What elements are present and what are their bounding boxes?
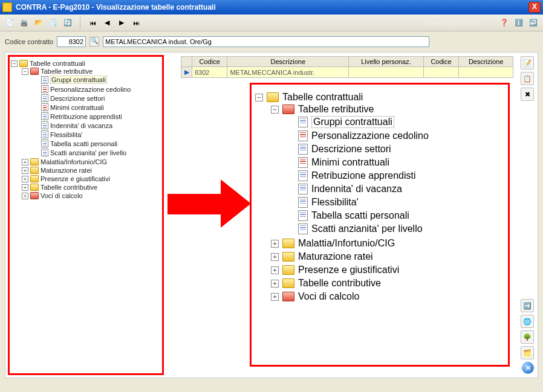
doc-icon <box>41 140 48 147</box>
nav-prev-icon[interactable]: ◀ <box>101 17 113 29</box>
tree-node[interactable]: +Maturazione ratei <box>22 167 161 174</box>
tree-node-retributive[interactable]: − Tabelle retributive <box>22 68 161 75</box>
new-doc-icon[interactable]: 📄 <box>4 17 16 29</box>
tree-item-label: Gruppi contrattuali <box>311 116 394 128</box>
grid-row[interactable]: ▶ 8302 METALMECCANICA industr. <box>181 67 513 78</box>
tree-item-label: Indennita' di vacanza <box>50 122 112 129</box>
tree-item-label: Scatti anzianita' per livello <box>311 223 423 234</box>
tree-node[interactable]: +Malattia/Infortunio/CIG <box>271 238 504 249</box>
tree-item[interactable]: Retribuzione apprendisti <box>33 112 161 120</box>
grid-col-descrizione2[interactable]: Descrizione <box>459 57 513 67</box>
tree-item[interactable]: Gruppi contrattuali <box>287 116 504 128</box>
grid-cell-livello[interactable] <box>349 67 424 78</box>
expander-icon[interactable]: + <box>22 193 28 199</box>
tool-card-icon[interactable]: 🗂️ <box>521 346 534 359</box>
open-folder-icon[interactable]: 📂 <box>33 17 45 29</box>
tree-node-label: Tabelle contributive <box>298 278 381 289</box>
expander-icon[interactable]: + <box>271 280 279 288</box>
tree-node[interactable]: +Tabelle contributive <box>271 278 504 289</box>
tree-item[interactable]: Minimi contrattuali <box>287 157 504 168</box>
tree-node[interactable]: +Voci di calcolo <box>22 192 161 199</box>
lookup-button[interactable]: 🔍 <box>89 37 99 47</box>
tree-item[interactable]: Scatti anzianita' per livello <box>33 149 161 156</box>
print-icon[interactable]: 🖨️ <box>18 17 30 29</box>
tree-item[interactable]: Tabella scatti personali <box>287 210 504 221</box>
tree-item[interactable]: Scatti anzianita' per livello <box>287 223 504 234</box>
tree-node[interactable]: +Presenze e giustificativi <box>22 175 161 182</box>
tree-item[interactable]: Personalizzazione cedolino <box>287 130 504 141</box>
grid-col-livello[interactable]: Livello personaz. <box>349 57 424 67</box>
expander-icon[interactable]: + <box>22 159 28 165</box>
tree-item-label: Personalizzazione cedolino <box>50 86 131 93</box>
grid-cell-codice[interactable]: 8302 <box>192 67 227 78</box>
tree-node[interactable]: +Tabelle contributive <box>22 184 161 191</box>
doc-icon <box>298 210 308 221</box>
close-button[interactable]: X <box>528 2 541 13</box>
doc-icon <box>298 117 308 127</box>
contract-code-input[interactable] <box>57 36 86 47</box>
tree-root-label: Tabelle contrattuali <box>282 92 363 103</box>
expander-icon[interactable]: + <box>271 240 279 248</box>
nav-tree[interactable]: − Tabelle contrattuali − Tabelle retribu… <box>11 59 161 201</box>
tree-item-label: Personalizzazione cedolino <box>311 130 429 141</box>
info-button[interactable]: ✕ <box>522 362 534 374</box>
tree-item[interactable]: Personalizzazione cedolino <box>33 85 161 93</box>
tree-item[interactable]: Retribuzione apprendisti <box>287 170 504 181</box>
print-preview-icon[interactable]: 🗒️ <box>47 17 59 29</box>
tree-node[interactable]: +Malattia/Infortunio/CIG <box>22 158 161 165</box>
doc-icon <box>41 121 48 129</box>
tree-root[interactable]: − Tabelle contrattuali <box>11 60 161 67</box>
expander-icon[interactable]: − <box>271 106 279 114</box>
tree-node-retributive[interactable]: − Tabelle retributive <box>271 104 504 115</box>
expander-icon[interactable]: − <box>255 94 263 101</box>
refresh-icon[interactable]: 🔄 <box>62 17 74 29</box>
grid-cell-codice2[interactable] <box>423 67 458 78</box>
doc-icon <box>298 223 308 234</box>
expander-icon[interactable]: + <box>271 293 279 301</box>
grid-col-codice2[interactable]: Codice <box>423 57 458 67</box>
expander-icon[interactable]: + <box>22 184 28 191</box>
tree-item[interactable]: Indennita' di vacanza <box>287 184 504 194</box>
tool-delete-icon[interactable]: ✖ <box>521 88 534 101</box>
tree-item[interactable]: Gruppi contrattuali <box>33 76 161 84</box>
tree-node[interactable]: +Maturazione ratei <box>271 251 504 262</box>
expander-icon[interactable]: − <box>11 60 18 67</box>
grid-cell-descrizione[interactable]: METALMECCANICA industr. <box>227 67 349 78</box>
expander-icon[interactable]: + <box>271 253 279 261</box>
tree-root[interactable]: − Tabelle contrattuali <box>255 92 504 103</box>
nav-next-icon[interactable]: ▶ <box>115 17 128 29</box>
nav-last-icon[interactable]: ⏭ <box>130 17 142 29</box>
nav-first-icon[interactable]: ⏮ <box>86 17 99 29</box>
grid-col-descrizione[interactable]: Descrizione <box>227 57 349 67</box>
grid-cell-descrizione2[interactable] <box>459 67 513 78</box>
tree-node[interactable]: +Voci di calcolo <box>271 291 504 302</box>
info-icon[interactable]: ℹ️ <box>513 17 525 29</box>
help-icon[interactable]: ❓ <box>498 17 510 29</box>
expander-icon[interactable]: + <box>22 167 28 174</box>
tool-network-icon[interactable]: 🌐 <box>521 315 534 328</box>
tree-item[interactable]: Flessibilita' <box>33 130 161 138</box>
tree-item[interactable]: Indennita' di vacanza <box>33 121 161 129</box>
enlarged-tree[interactable]: − Tabelle contrattuali − Tabelle retribu… <box>255 91 504 304</box>
expander-icon[interactable]: − <box>22 68 28 75</box>
grid-col-codice[interactable]: Codice <box>192 57 227 67</box>
tree-item[interactable]: Descrizione settori <box>33 94 161 102</box>
contract-desc-input[interactable] <box>103 36 429 47</box>
tree-item[interactable]: Descrizione settori <box>287 144 504 155</box>
tree-item-label: Retribuzione apprendisti <box>311 170 416 181</box>
expander-icon[interactable]: + <box>271 266 279 274</box>
tool-export-icon[interactable]: ➡️ <box>521 299 534 312</box>
tree-item-label: Flessibilita' <box>311 197 359 208</box>
tool-tree-icon[interactable]: 🌳 <box>521 330 534 344</box>
tree-item[interactable]: Flessibilita' <box>287 197 504 208</box>
exit-icon[interactable]: ↩️ <box>527 17 539 29</box>
tree-item-label: Minimi contrattuali <box>311 157 389 168</box>
expander-icon[interactable]: + <box>22 176 28 182</box>
nav-tree-panel: − Tabelle contrattuali − Tabelle retribu… <box>8 55 164 375</box>
tree-node[interactable]: +Presenze e giustificativi <box>271 265 504 275</box>
tool-copy-icon[interactable]: 📋 <box>521 72 534 85</box>
tool-edit-icon[interactable]: 📝 <box>521 56 534 69</box>
tree-item[interactable]: Tabella scatti personali <box>33 140 161 147</box>
tree-root-label: Tabelle contrattuali <box>30 60 85 67</box>
tree-item[interactable]: Minimi contrattuali <box>33 103 161 111</box>
